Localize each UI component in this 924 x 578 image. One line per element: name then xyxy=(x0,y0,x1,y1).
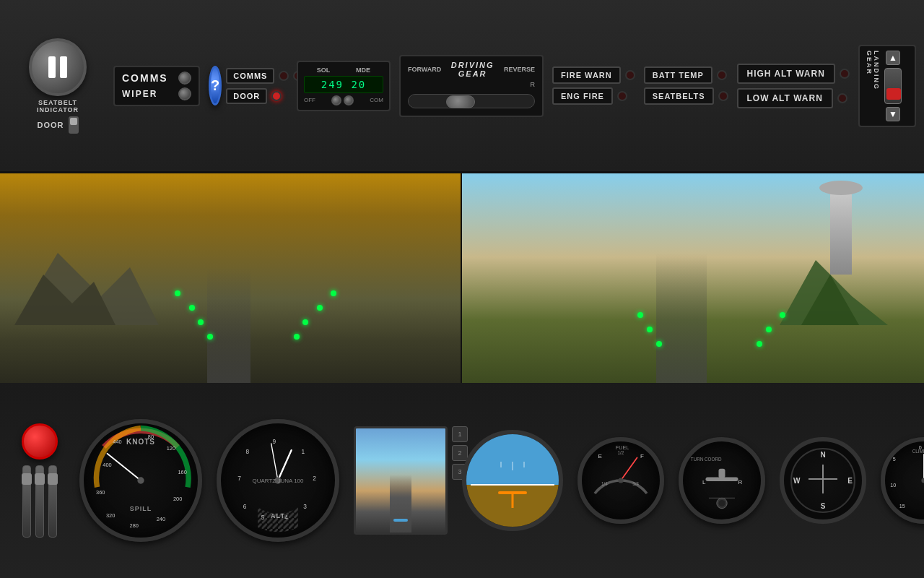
door-indicator-row: DOOR xyxy=(226,88,303,104)
red-button[interactable] xyxy=(22,423,58,460)
runway-light-2 xyxy=(198,319,204,325)
forward-label: FORWARD xyxy=(408,66,441,73)
radio-display: 249 20 xyxy=(304,76,383,93)
seatbelt-button[interactable] xyxy=(29,38,87,96)
landing-gear-section: LANDINGGEAR ▲ ▼ xyxy=(858,45,916,127)
throttle-section xyxy=(22,423,58,538)
comms-panel: COMMS WIPER xyxy=(113,66,200,106)
spill-label: SPILL xyxy=(130,505,152,512)
throttle-levers xyxy=(22,465,57,538)
speedometer: 440 400 360 320 280 240 200 160 120 80 K… xyxy=(79,419,202,542)
svg-text:F: F xyxy=(640,453,644,460)
svg-point-33 xyxy=(618,478,623,483)
svg-text:440: 440 xyxy=(113,439,121,445)
svg-text:E: E xyxy=(598,453,603,460)
off-label: OFF xyxy=(304,97,315,103)
comms-label-box: COMMS xyxy=(226,68,274,84)
nav-button-1[interactable]: 1 xyxy=(452,426,468,442)
runway-light-4 xyxy=(175,290,180,296)
svg-text:160: 160 xyxy=(178,469,186,475)
comms-indicator xyxy=(279,71,289,81)
svg-text:400: 400 xyxy=(103,462,111,468)
radio-labels: SOL MDE xyxy=(304,66,383,74)
seatbelt-section: SEATBELT INDICATOR DOOR xyxy=(11,38,105,134)
radio-knob2[interactable] xyxy=(344,95,354,105)
svg-text:6: 6 xyxy=(243,503,247,510)
fire-warn-button[interactable]: FIRE WARN xyxy=(552,66,621,84)
svg-text:280: 280 xyxy=(130,522,139,529)
nav-runway xyxy=(390,475,411,532)
landing-down-button[interactable]: ▼ xyxy=(886,107,900,121)
svg-text:1: 1 xyxy=(302,448,305,455)
r-label: R xyxy=(531,81,536,88)
runway-perspective-left xyxy=(207,267,250,383)
svg-text:CLIMB: CLIMB xyxy=(912,449,924,454)
svg-rect-41 xyxy=(719,469,725,478)
question-button[interactable]: ? xyxy=(209,66,222,105)
svg-text:5: 5 xyxy=(893,456,896,462)
low-alt-ind xyxy=(837,93,847,103)
svg-text:0: 0 xyxy=(919,444,922,451)
low-alt-warn-button[interactable]: LOW ALT WARN xyxy=(737,88,833,108)
top-panel: SEATBELT INDICATOR DOOR COMMS WIPER ? CO… xyxy=(0,0,924,173)
radio-section: SOL MDE 249 20 OFF COM xyxy=(297,61,391,111)
horizon-line xyxy=(471,484,554,486)
svg-text:320: 320 xyxy=(106,512,115,519)
gear-lever[interactable] xyxy=(884,68,902,104)
runway-light-3 xyxy=(189,305,195,311)
runway-light-r1 xyxy=(656,341,662,347)
runway-light-r6 xyxy=(780,312,785,318)
horizon-marks xyxy=(501,462,525,470)
door-toggle[interactable] xyxy=(69,116,79,134)
gear-slider[interactable] xyxy=(408,94,535,108)
svg-text:8: 8 xyxy=(245,448,249,455)
gear-slider-handle[interactable] xyxy=(446,95,475,108)
high-alt-warn-button[interactable]: HIGH ALT WARN xyxy=(737,64,835,84)
svg-line-32 xyxy=(621,458,637,481)
throttle-lever-3[interactable] xyxy=(48,465,57,538)
warning-buttons: FIRE WARN ENG FIRE xyxy=(552,66,635,105)
mode-label: MDE xyxy=(356,66,370,74)
comms-top: COMMS xyxy=(122,72,191,85)
svg-text:R: R xyxy=(738,479,743,486)
svg-text:9: 9 xyxy=(273,438,276,445)
door-label-box: DOOR xyxy=(226,88,267,104)
svg-text:4: 4 xyxy=(284,514,288,521)
svg-line-26 xyxy=(278,450,292,480)
mountains-right-svg xyxy=(780,253,888,325)
svg-text:TURN COORD: TURN COORD xyxy=(691,457,722,462)
seatbelts-button[interactable]: SEATBELTS xyxy=(644,87,714,105)
nav-screen xyxy=(356,428,445,532)
fire-warn-ind xyxy=(625,70,635,80)
runway-light-5 xyxy=(294,334,300,340)
batt-temp-ind xyxy=(717,70,727,80)
nav-button-2[interactable]: 2 xyxy=(452,445,468,461)
compass-w: W xyxy=(793,477,800,485)
door-label: DOOR xyxy=(38,121,64,129)
mountains-left-svg xyxy=(14,238,159,325)
svg-text:1/2: 1/2 xyxy=(618,450,624,455)
batt-seatbelt-buttons: BATT TEMP SEATBELTS xyxy=(644,66,728,105)
comms-knob[interactable] xyxy=(178,72,191,85)
svg-text:360: 360 xyxy=(96,489,105,496)
batt-temp-button[interactable]: BATT TEMP xyxy=(644,66,712,84)
throttle-lever-1[interactable] xyxy=(22,465,31,538)
svg-text:5: 5 xyxy=(261,514,265,521)
eng-fire-ind xyxy=(617,91,627,101)
throttle-lever-2[interactable] xyxy=(35,465,44,538)
compass-inner: N S E W xyxy=(790,448,855,513)
viewport-left xyxy=(0,173,462,383)
seatbelts-ind xyxy=(718,91,728,101)
driving-gear-title: DRIVING GEAR xyxy=(441,61,504,78)
eng-fire-button[interactable]: ENG FIRE xyxy=(552,87,613,105)
com-label: COM xyxy=(370,97,383,103)
radio-knob1[interactable] xyxy=(331,95,341,105)
svg-text:L: L xyxy=(702,479,706,486)
alt-label: ALT xyxy=(271,512,285,519)
comms2-section: ? COMMS DOOR xyxy=(209,66,288,105)
turn-coord-svg: TURN COORD L R xyxy=(683,441,761,519)
landing-up-button[interactable]: ▲ xyxy=(886,51,900,65)
wiper-knob[interactable] xyxy=(178,87,191,100)
pause-icon xyxy=(48,56,67,78)
alt-center-text: QUARTZ JUNA 100 xyxy=(253,478,304,484)
